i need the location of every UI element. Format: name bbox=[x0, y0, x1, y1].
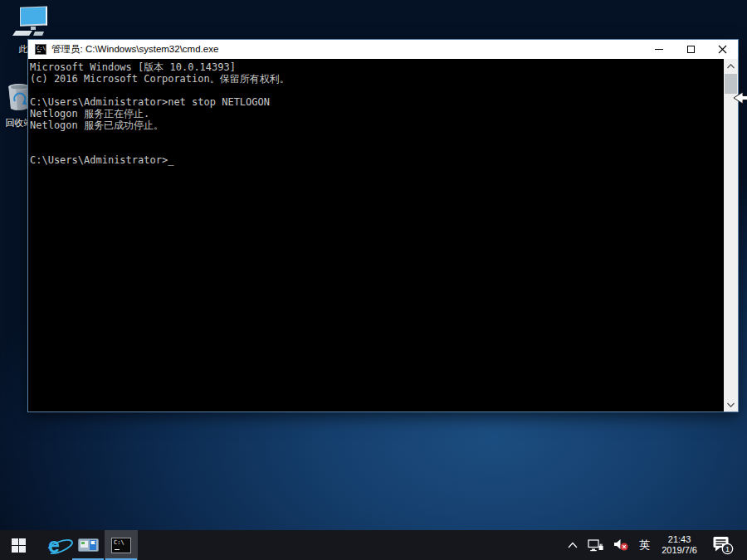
chevron-up-icon bbox=[568, 542, 578, 548]
console-line: C:\Users\Administrator>net stop NETLOGON bbox=[30, 96, 724, 108]
minimize-icon bbox=[655, 49, 663, 50]
system-tray: 英 21:43 2019/7/6 1 bbox=[563, 530, 747, 560]
network-icon bbox=[588, 539, 603, 552]
scroll-up-button[interactable] bbox=[724, 59, 738, 73]
taskbar-item-server-manager[interactable] bbox=[71, 530, 105, 560]
console-line: Microsoft Windows [版本 10.0.14393] bbox=[30, 61, 724, 73]
action-center-icon: 1 bbox=[712, 535, 734, 555]
console-line: Netlogon 服务正在停止. bbox=[30, 108, 724, 119]
cmd-window: C:\ 管理员: C:\Windows\system32\cmd.exe Mic… bbox=[27, 39, 739, 412]
notification-badge: 1 bbox=[725, 545, 730, 553]
taskbar-item-cmd[interactable]: C:\ bbox=[105, 530, 138, 560]
tray-ime-indicator[interactable]: 英 bbox=[634, 530, 655, 560]
tray-network[interactable] bbox=[583, 530, 608, 560]
chevron-up-icon bbox=[727, 64, 735, 69]
maximize-button[interactable] bbox=[675, 40, 706, 59]
maximize-icon bbox=[687, 46, 695, 53]
speaker-muted-icon bbox=[613, 538, 629, 552]
window-titlebar[interactable]: C:\ 管理员: C:\Windows\system32\cmd.exe bbox=[28, 40, 738, 59]
tray-clock[interactable]: 21:43 2019/7/6 bbox=[655, 530, 704, 560]
console-body: Microsoft Windows [版本 10.0.14393] (c) 20… bbox=[28, 59, 738, 411]
windows-logo-icon bbox=[12, 538, 26, 553]
tray-volume-muted[interactable] bbox=[608, 530, 634, 560]
console-line: (c) 2016 Microsoft Corporation。保留所有权利。 bbox=[30, 73, 724, 85]
cmd-taskbar-icon: C:\ bbox=[111, 538, 131, 553]
close-button[interactable] bbox=[706, 40, 738, 59]
clock-date: 2019/7/6 bbox=[662, 545, 697, 556]
clock-time: 21:43 bbox=[668, 534, 691, 545]
minimize-button[interactable] bbox=[643, 40, 675, 59]
console-output[interactable]: Microsoft Windows [版本 10.0.14393] (c) 20… bbox=[28, 59, 724, 411]
start-button[interactable] bbox=[0, 530, 37, 560]
console-line: Netlogon 服务已成功停止。 bbox=[30, 119, 724, 131]
console-line bbox=[30, 85, 724, 96]
console-line bbox=[30, 131, 724, 143]
tray-action-center[interactable]: 1 bbox=[704, 530, 742, 560]
scrollbar-thumb[interactable] bbox=[725, 74, 737, 94]
scroll-down-button[interactable] bbox=[724, 397, 738, 411]
taskbar-item-internet-explorer[interactable]: e bbox=[37, 530, 71, 560]
close-icon bbox=[718, 45, 727, 54]
taskbar: e C:\ bbox=[0, 530, 747, 560]
console-prompt: C:\Users\Administrator> bbox=[30, 154, 168, 166]
console-line bbox=[30, 143, 724, 154]
console-cursor: _ bbox=[168, 154, 173, 166]
internet-explorer-icon: e bbox=[48, 535, 60, 556]
server-manager-icon bbox=[78, 537, 99, 553]
desktop: 此电脑 回收站 C:\ 管理员: C:\Windows\system32\cmd… bbox=[0, 0, 747, 560]
window-title: 管理员: C:\Windows\system32\cmd.exe bbox=[51, 43, 643, 56]
console-prompt-line: C:\Users\Administrator>_ bbox=[30, 154, 724, 166]
chevron-down-icon bbox=[727, 402, 735, 407]
cmd-icon: C:\ bbox=[35, 44, 46, 55]
this-pc-icon bbox=[12, 4, 52, 42]
vertical-scrollbar[interactable] bbox=[724, 59, 738, 411]
tray-show-hidden-icons[interactable] bbox=[563, 530, 583, 560]
